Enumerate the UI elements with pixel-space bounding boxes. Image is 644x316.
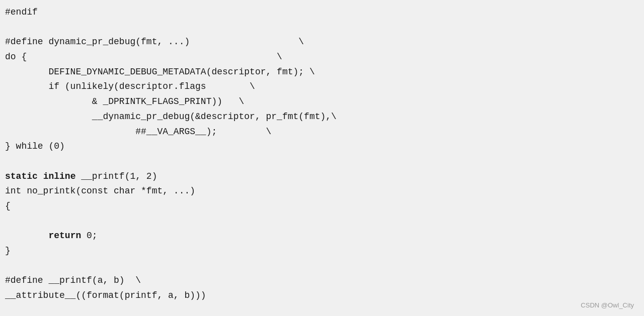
code-line-9: ##__VA_ARGS__); \ xyxy=(5,125,634,140)
code-line-12: static inline __printf(1, 2) xyxy=(5,169,634,184)
code-line-16: return 0; xyxy=(5,229,634,244)
code-line-3: #define dynamic_pr_debug(fmt, ...) \ xyxy=(5,35,634,50)
code-line-4: do { \ xyxy=(5,50,634,65)
code-line-14: { xyxy=(5,199,634,214)
code-line-2 xyxy=(5,20,634,35)
code-line-15 xyxy=(5,214,634,229)
code-line-10: } while (0) xyxy=(5,139,634,154)
code-block: #endif #define dynamic_pr_debug(fmt, ...… xyxy=(5,5,634,303)
code-line-7: & _DPRINTK_FLAGS_PRINT)) \ xyxy=(5,94,634,110)
code-line-5: DEFINE_DYNAMIC_DEBUG_METADATA(descriptor… xyxy=(5,65,634,80)
watermark: CSDN @Owl_City xyxy=(581,300,634,311)
code-line-1: #endif xyxy=(5,5,634,20)
code-container: #endif #define dynamic_pr_debug(fmt, ...… xyxy=(0,0,644,316)
code-line-19: #define __printf(a, b) \ xyxy=(5,273,634,288)
code-line-8: __dynamic_pr_debug(&descriptor, pr_fmt(f… xyxy=(5,110,634,125)
code-line-20: __attribute__((format(printf, a, b))) xyxy=(5,288,634,303)
code-line-6: if (unlikely(descriptor.flags \ xyxy=(5,79,634,94)
code-line-17: } xyxy=(5,244,634,259)
code-line-13: int no_printk(const char *fmt, ...) xyxy=(5,184,634,199)
code-line-11 xyxy=(5,154,634,169)
code-line-18 xyxy=(5,259,634,274)
